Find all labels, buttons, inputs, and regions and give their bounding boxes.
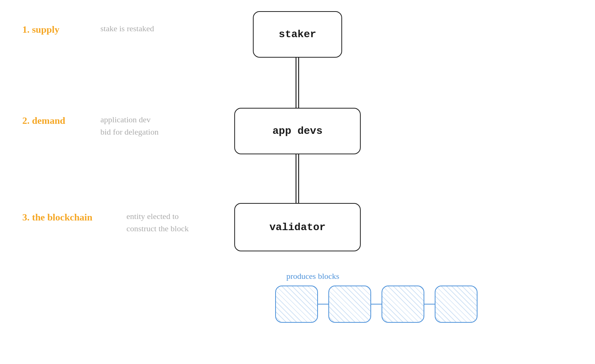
app-devs-node: app devs [234,108,361,154]
chain-block-3 [382,286,424,323]
chain-connector-1 [318,304,328,305]
validator-label: validator [269,222,325,233]
staker-node: staker [253,11,342,58]
step-blockchain-description: entity elected to construct the block [126,210,189,235]
step-demand-description: application dev bid for delegation [100,113,158,138]
chain-block-4 [435,286,477,323]
step-supply-label: 1. supply [22,24,60,35]
validator-node: validator [234,203,361,251]
chain-connector-3 [424,304,435,305]
step-supply-description: stake is restaked [100,23,154,35]
chain-connector-2 [371,304,382,305]
step-demand-label: 2. demand [22,115,65,126]
block-chain [275,286,477,323]
staker-label: staker [279,29,316,40]
produces-blocks-label: produces blocks [286,271,339,281]
step-blockchain-label: 3. the blockchain [22,212,93,223]
chain-block-1 [275,286,318,323]
chain-block-2 [328,286,371,323]
app-devs-label: app devs [273,125,322,137]
diagram-container: 1. supply stake is restaked staker 2. de… [0,0,595,364]
